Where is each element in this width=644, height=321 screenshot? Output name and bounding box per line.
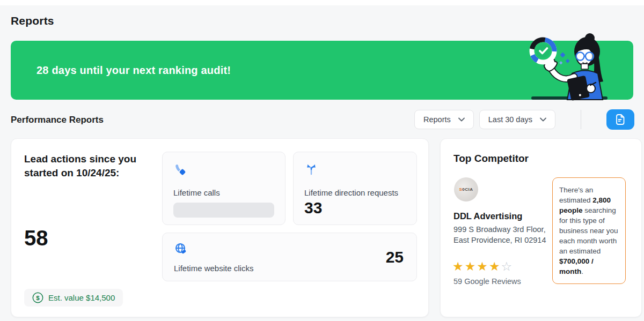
top-strip [0,0,644,5]
star-empty-icon: ☆ [501,259,514,273]
callout-bold: $700,000 / month [559,257,594,275]
toolbar: Reports Last 30 days [414,109,634,130]
metric-label: Lifetime direction requests [304,188,406,197]
calls-loading-skeleton [173,203,274,218]
lead-actions-card: Lead actions since you started on 10/24/… [11,138,429,317]
website-clicks-value: 25 [386,248,404,266]
est-value-badge: $ Est. value $14,500 [24,289,123,307]
toolbar-divider [581,110,581,129]
star-filled-icon: ★ [477,259,489,273]
callout-text: There's an estimated [559,186,593,204]
star-filled-icon: ★ [489,259,501,273]
directions-icon [304,163,318,177]
phone-icon [173,163,187,177]
chevron-down-icon [540,117,546,122]
directions-value: 33 [304,199,406,217]
competitor-name: DDL Advertising [453,211,522,221]
dollar-icon: $ [32,292,43,303]
report-type-dropdown[interactable]: Reports [414,110,474,129]
competitor-avatar: SS0CIA0CIA [454,177,478,201]
top-competitor-card: Top Competitor SS0CIA0CIA DDL Advertisin… [440,138,642,317]
page-title: Reports [11,14,54,27]
metric-label: Lifetime website clicks [174,264,253,273]
est-value-label: Est. value $14,500 [48,293,115,302]
competitor-avatar-text: SS0CIA0CIA [459,187,473,192]
globe-icon [174,242,188,256]
svg-text:$: $ [36,295,40,301]
google-reviews-count: 59 Google Reviews [453,277,521,286]
document-export-icon [614,113,627,126]
lifetime-directions-card: Lifetime direction requests 33 [293,152,417,225]
report-type-dropdown-value: Reports [423,115,451,124]
star-filled-icon: ★ [465,259,477,273]
star-filled-icon: ★ [452,259,465,273]
competitor-address: 999 S Broadway 3rd Floor, East Providenc… [453,225,561,245]
lead-actions-total: 58 [24,226,48,250]
audit-banner-text: 28 days until your next ranking audit! [36,64,231,77]
export-report-button[interactable] [606,109,634,130]
star-rating: ★★★★☆ [452,260,513,273]
lead-actions-heading: Lead actions since you started on 10/24/… [24,152,156,180]
chevron-down-icon [458,117,465,122]
metric-label: Lifetime calls [173,188,274,197]
market-estimate-callout: There's an estimated 2,800 people search… [552,177,626,284]
top-competitor-heading: Top Competitor [453,153,529,165]
date-range-dropdown[interactable]: Last 30 days [479,110,555,129]
lifetime-website-clicks-card: Lifetime website clicks 25 [162,233,417,281]
lifetime-calls-card: Lifetime calls [162,152,286,225]
section-title: Performance Reports [11,115,104,125]
audit-illustration [527,31,618,101]
date-range-dropdown-value: Last 30 days [488,115,532,124]
callout-text: . [581,267,583,275]
